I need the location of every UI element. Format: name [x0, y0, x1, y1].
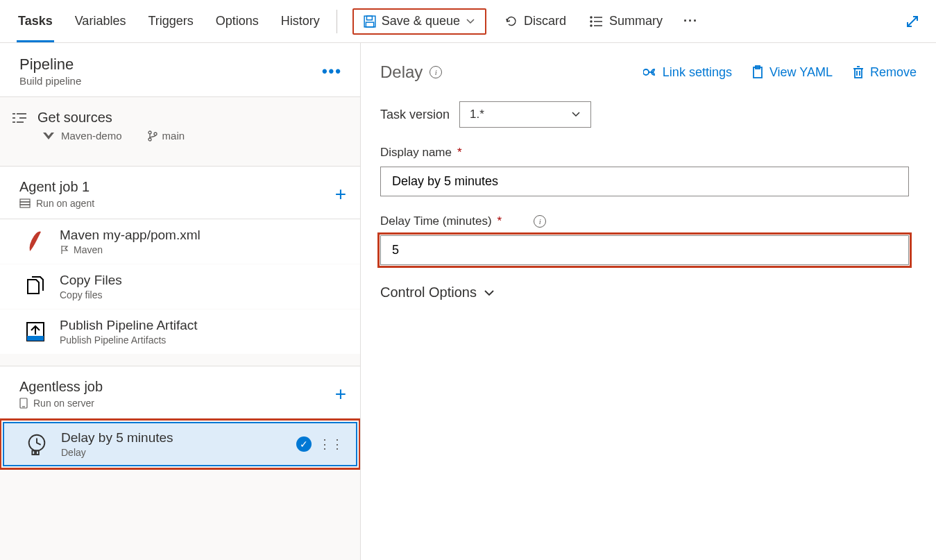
tab-history[interactable]: History — [280, 0, 321, 42]
view-yaml-button[interactable]: View YAML — [751, 65, 833, 80]
svg-rect-27 — [32, 450, 35, 455]
task-enabled-icon: ✓ — [296, 436, 312, 452]
summary-label: Summary — [609, 14, 663, 28]
separator — [337, 10, 337, 33]
link-icon — [643, 67, 657, 77]
task-delay[interactable]: Delay by 5 minutes Delay ✓ ⋮⋮ — [3, 422, 357, 466]
task-detail-panel: Delay i Link settings View YAML — [361, 43, 936, 560]
task-sub: Copy files — [60, 289, 102, 300]
job-title: Agent job 1 — [19, 179, 94, 195]
delay-icon — [25, 432, 49, 456]
required-marker: * — [457, 146, 462, 160]
more-button[interactable]: ··· — [678, 8, 704, 35]
fullscreen-icon[interactable] — [905, 15, 919, 28]
chevron-down-icon — [484, 289, 495, 297]
svg-rect-20 — [20, 205, 30, 207]
discard-button[interactable]: Discard — [499, 8, 572, 35]
task-name: Delay by 5 minutes — [61, 430, 173, 446]
save-queue-button[interactable]: Save & queue — [352, 8, 486, 35]
svg-point-3 — [590, 17, 592, 18]
tab-options[interactable]: Options — [214, 0, 260, 42]
svg-rect-18 — [20, 199, 30, 202]
detail-title: Delay — [380, 62, 423, 82]
job-header-agent[interactable]: Agent job 1 Run on agent + — [0, 166, 360, 219]
svg-point-7 — [590, 25, 592, 26]
repo-name: Maven-demo — [61, 130, 122, 142]
delay-time-input[interactable] — [380, 235, 909, 265]
delay-time-label: Delay Time (minutes) — [380, 214, 492, 228]
tab-strip: Tasks Variables Triggers Options History — [17, 0, 321, 42]
list-icon — [590, 16, 604, 27]
task-name: Maven my-app/pom.xml — [60, 228, 201, 243]
control-options-toggle[interactable]: Control Options — [380, 285, 917, 300]
task-version-label: Task version — [380, 108, 450, 122]
task-copy-files[interactable]: Copy Files Copy files — [0, 264, 360, 309]
tab-variables[interactable]: Variables — [74, 0, 128, 42]
remove-button[interactable]: Remove — [852, 65, 917, 80]
required-marker: * — [497, 214, 502, 228]
clipboard-icon — [751, 65, 764, 79]
svg-rect-1 — [366, 16, 372, 20]
top-bar: Tasks Variables Triggers Options History… — [0, 0, 936, 43]
upload-icon — [24, 320, 47, 343]
task-sub: Delay — [61, 447, 86, 458]
save-icon — [364, 15, 376, 28]
svg-rect-32 — [855, 69, 862, 78]
discard-label: Discard — [524, 14, 566, 28]
pipeline-subtitle: Build pipeline — [19, 75, 81, 87]
pipeline-more-icon[interactable]: ••• — [318, 62, 346, 80]
tab-tasks[interactable]: Tasks — [17, 0, 54, 42]
get-sources[interactable]: Get sources Maven-demo main — [0, 97, 360, 155]
svg-rect-2 — [366, 22, 373, 27]
pipeline-header[interactable]: Pipeline Build pipeline ••• — [0, 43, 360, 97]
undo-icon — [504, 15, 518, 28]
task-version-value: 1.* — [470, 108, 484, 121]
sources-icon — [11, 112, 28, 124]
get-sources-label: Get sources — [37, 110, 112, 126]
task-name: Copy Files — [60, 273, 122, 288]
summary-button[interactable]: Summary — [584, 8, 668, 35]
task-maven[interactable]: Maven my-app/pom.xml Maven — [0, 219, 360, 264]
chevron-down-icon — [571, 111, 581, 118]
link-settings-button[interactable]: Link settings — [643, 65, 732, 80]
pipeline-title: Pipeline — [19, 56, 81, 74]
job-subtitle: Run on agent — [36, 198, 94, 209]
task-name: Publish Pipeline Artifact — [60, 318, 198, 333]
save-queue-label: Save & queue — [382, 14, 460, 28]
svg-point-5 — [590, 21, 592, 22]
info-icon[interactable]: i — [429, 66, 442, 78]
add-task-button[interactable]: + — [335, 383, 346, 405]
job-subtitle: Run on server — [33, 398, 94, 409]
branch-name: main — [162, 130, 185, 142]
maven-icon — [24, 230, 47, 253]
drag-handle-icon[interactable]: ⋮⋮ — [318, 438, 343, 450]
task-publish-artifact[interactable]: Publish Pipeline Artifact Publish Pipeli… — [0, 309, 360, 355]
tab-triggers[interactable]: Triggers — [146, 0, 194, 42]
flag-icon — [60, 245, 69, 255]
chevron-down-icon — [466, 18, 475, 25]
display-name-input[interactable] — [380, 167, 909, 196]
svg-rect-23 — [27, 336, 44, 341]
svg-point-15 — [148, 131, 151, 134]
trash-icon — [852, 65, 865, 79]
task-version-select[interactable]: 1.* — [459, 101, 591, 128]
pipeline-tree: Pipeline Build pipeline ••• Get sources … — [0, 43, 361, 560]
svg-rect-28 — [36, 450, 39, 455]
svg-point-16 — [148, 138, 151, 141]
repo-icon — [42, 131, 56, 141]
task-sub: Publish Pipeline Artifacts — [60, 334, 166, 346]
add-task-button[interactable]: + — [335, 183, 346, 205]
job-title: Agentless job — [19, 379, 103, 395]
svg-rect-19 — [20, 202, 30, 205]
branch-icon — [147, 130, 158, 142]
display-name-label: Display name — [380, 146, 452, 160]
svg-point-17 — [154, 133, 157, 135]
server-icon — [19, 198, 31, 208]
info-icon[interactable]: i — [534, 215, 546, 228]
copy-icon — [24, 275, 47, 298]
job-header-agentless[interactable]: Agentless job Run on server + — [0, 366, 360, 419]
task-sub: Maven — [74, 244, 103, 255]
server-icon — [19, 398, 28, 409]
